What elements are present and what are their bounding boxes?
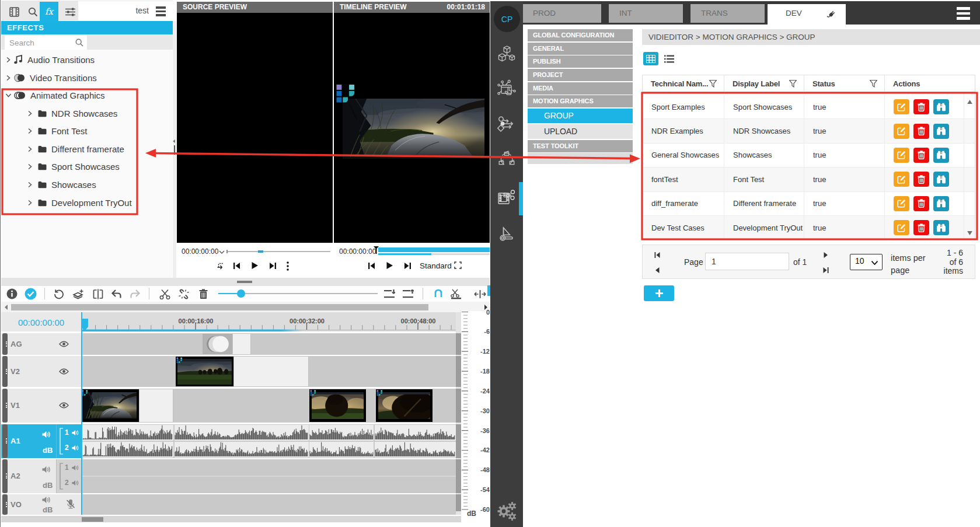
page-size-select[interactable]: 10 <box>850 254 883 270</box>
edit-button[interactable] <box>894 220 909 235</box>
tab-dev[interactable]: DEV <box>768 4 846 26</box>
col-status[interactable]: Status <box>804 75 885 92</box>
timeline-progress-bar[interactable] <box>378 247 490 252</box>
track-content[interactable] <box>81 424 456 458</box>
audio-waveform-clip[interactable] <box>82 425 173 441</box>
channel-toggle-2[interactable]: 2 <box>65 479 79 487</box>
table-row-general-showcases[interactable]: General ShowcasesShowcasestrue <box>643 144 975 167</box>
col-display-label[interactable]: Display Label <box>724 75 804 92</box>
quality-selector[interactable]: Standard <box>420 261 452 270</box>
app-network-icon[interactable] <box>496 78 517 99</box>
fullscreen-icon[interactable] <box>454 261 462 269</box>
video-editor-icon[interactable] <box>496 187 517 208</box>
track-drag-handle[interactable] <box>2 424 8 458</box>
track-drag-handle[interactable] <box>2 389 8 423</box>
loop-playback-icon[interactable] <box>217 262 225 270</box>
audio-waveform-clip[interactable] <box>309 425 374 441</box>
video-clip-thumbnail[interactable] <box>176 357 233 386</box>
tree-item-animated-graphics[interactable]: Animated Graphics <box>5 89 105 102</box>
tab-int[interactable]: INT <box>609 4 683 23</box>
menu-item-global-configuration[interactable]: GLOBAL CONFIGURATION <box>528 29 633 41</box>
table-row-sport-examples[interactable]: Sport ExamplesSport Showcasestrue <box>643 95 975 119</box>
voiceover-mic-muted-icon[interactable] <box>65 499 76 509</box>
skip-back-icon[interactable] <box>233 262 240 270</box>
skip-forward-icon[interactable] <box>404 262 411 270</box>
filter-icon[interactable] <box>870 80 877 88</box>
track-db-button[interactable]: dB <box>43 505 53 514</box>
split-view-icon[interactable] <box>91 287 105 301</box>
track-db-button[interactable]: dB <box>43 481 53 490</box>
track-db-button[interactable]: dB <box>43 446 53 455</box>
filter-icon[interactable] <box>709 80 717 88</box>
audio-waveform-clip[interactable] <box>175 425 309 441</box>
filter-icon[interactable] <box>789 80 797 88</box>
tree-item-showcases[interactable]: Showcases <box>27 178 96 191</box>
track-content[interactable] <box>81 389 456 423</box>
delete-button[interactable] <box>913 148 929 163</box>
playhead-flag-icon[interactable] <box>81 319 88 331</box>
video-clip-thumbnail[interactable] <box>309 389 366 422</box>
refresh-icon[interactable] <box>52 287 66 301</box>
add-layer-icon[interactable] <box>71 287 85 301</box>
vscroll-thumb-segment[interactable] <box>456 356 461 387</box>
video-clip[interactable] <box>233 356 309 387</box>
track-mute-icon[interactable] <box>42 496 51 504</box>
tab-prod[interactable]: PROD <box>522 4 601 23</box>
delete-button[interactable] <box>913 124 929 139</box>
track-visibility-icon[interactable] <box>59 402 69 409</box>
channel-toggle-1[interactable]: 1 <box>65 428 79 437</box>
list-view-button[interactable] <box>662 53 676 64</box>
undo-icon[interactable] <box>109 287 123 301</box>
preview-button[interactable] <box>933 220 949 235</box>
tree-item-different-framerate[interactable]: Different framerate <box>27 142 124 155</box>
tree-item-video-transitions[interactable]: Video Transitions <box>5 71 97 84</box>
audio-waveform-clip[interactable] <box>375 442 456 458</box>
track-mute-icon[interactable] <box>42 431 51 438</box>
delete-icon[interactable] <box>196 287 210 301</box>
grid-view-button[interactable] <box>643 52 658 65</box>
track-visibility-icon[interactable] <box>59 368 69 375</box>
chevron-right-icon[interactable] <box>5 75 11 81</box>
playhead-line[interactable] <box>81 312 82 515</box>
track-drag-handle[interactable] <box>2 494 8 515</box>
track-content[interactable] <box>81 494 456 515</box>
timeline-horizontal-scrollbar[interactable] <box>1 302 490 312</box>
last-page-icon[interactable] <box>823 267 829 273</box>
settings-gears-icon[interactable] <box>496 500 517 521</box>
delete-button[interactable] <box>913 196 929 211</box>
overwrite-clip-icon[interactable] <box>401 287 415 301</box>
scroll-left-icon[interactable] <box>4 305 8 310</box>
edit-button[interactable] <box>894 172 909 187</box>
cut-icon[interactable] <box>158 287 172 301</box>
scroll-down-icon[interactable] <box>967 231 972 235</box>
col-technical-name[interactable]: Technical Nam... <box>643 75 724 92</box>
tree-item-sport-showcases[interactable]: Sport Showcases <box>27 160 120 173</box>
edit-button[interactable] <box>894 148 909 163</box>
audio-waveform-clip[interactable] <box>309 442 374 458</box>
panel-resize-divider[interactable] <box>173 21 176 278</box>
prev-page-icon[interactable] <box>655 267 660 273</box>
edit-button[interactable] <box>894 196 909 211</box>
vscroll-thumb-segment[interactable] <box>456 494 461 511</box>
tree-item-audio-transitions[interactable]: Audio Transitions <box>5 53 95 66</box>
modules-cubes-icon[interactable] <box>496 43 517 64</box>
timeline-ruler[interactable]: 00:00:00:00 00:00:16:0000:00:32:0000:00:… <box>1 312 461 331</box>
hscroll-thumb[interactable] <box>11 304 428 310</box>
info-icon[interactable] <box>5 287 19 301</box>
track-drag-handle[interactable] <box>2 459 8 493</box>
track-content[interactable] <box>81 459 456 493</box>
tracks-bottom-scrollbar[interactable] <box>1 516 461 522</box>
menu-item-project[interactable]: PROJECT <box>528 69 633 81</box>
tab-trans[interactable]: TRANS <box>690 4 765 23</box>
source-scrubber[interactable] <box>226 251 330 252</box>
track-visibility-icon[interactable] <box>59 341 69 347</box>
first-page-icon[interactable] <box>654 252 660 258</box>
chevron-right-icon[interactable] <box>27 182 33 187</box>
media-cycle-icon[interactable] <box>496 148 517 169</box>
preview-button[interactable] <box>933 124 949 139</box>
playout-icon[interactable] <box>496 224 517 245</box>
user-avatar[interactable]: CP <box>494 6 520 32</box>
validate-check-icon[interactable] <box>23 287 37 301</box>
edit-button[interactable] <box>894 99 909 114</box>
tree-item-development-tryout[interactable]: Development TryOut <box>27 196 132 209</box>
